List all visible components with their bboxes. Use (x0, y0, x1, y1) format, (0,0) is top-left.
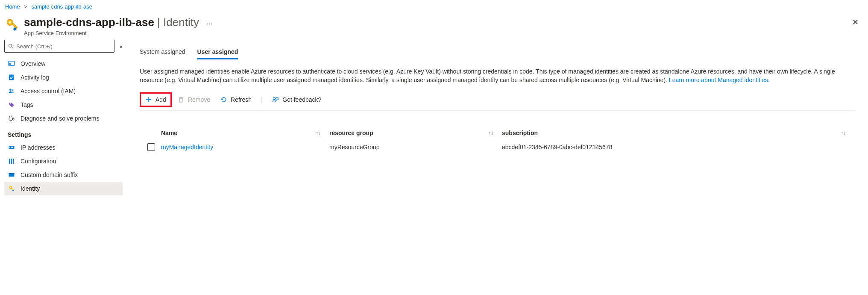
row-checkbox[interactable] (147, 143, 155, 151)
add-button[interactable]: Add (141, 94, 170, 106)
sidebar-item-label: Configuration (21, 158, 56, 165)
svg-rect-9 (10, 76, 13, 76)
identity-icon (8, 185, 15, 192)
sidebar-item-label: Diagnose and solve problems (21, 115, 99, 122)
sidebar-item-tags[interactable]: Tags (4, 98, 123, 112)
search-input[interactable] (16, 43, 111, 50)
more-menu-icon[interactable]: ··· (207, 20, 212, 28)
sidebar-item-label: Overview (21, 60, 45, 67)
svg-point-12 (9, 89, 12, 91)
svg-rect-30 (179, 98, 183, 102)
page-header: sample-cdns-app-ilb-ase | Identity ··· A… (0, 12, 868, 40)
key-resource-icon (5, 18, 20, 32)
diagnose-icon (8, 115, 15, 122)
svg-point-13 (12, 89, 14, 91)
breadcrumb-home[interactable]: Home (5, 3, 20, 10)
resource-type-label: App Service Environment (24, 30, 863, 36)
plus-icon (145, 96, 152, 103)
svg-point-4 (9, 44, 12, 47)
sidebar-item-label: Tags (21, 101, 33, 108)
toolbar: Add Remove Refresh | Got feedback? (140, 91, 856, 111)
ip-addresses-icon (8, 144, 15, 151)
add-button-highlight: Add (140, 92, 172, 107)
svg-rect-7 (9, 63, 11, 65)
overview-icon (8, 60, 15, 68)
collapse-sidebar-icon[interactable]: « (120, 43, 123, 50)
sidebar-item-activity-log[interactable]: Activity log (4, 71, 123, 84)
sidebar-item-configuration[interactable]: Configuration (4, 154, 123, 168)
resource-group-cell: myResourceGroup (329, 144, 380, 150)
sidebar-item-custom-domain-suffix[interactable]: Custom domain suffix (4, 168, 123, 182)
svg-point-1 (9, 21, 12, 24)
svg-rect-24 (9, 173, 15, 174)
svg-rect-10 (10, 77, 13, 77)
sidebar-item-access-control[interactable]: Access control (IAM) (4, 84, 123, 98)
breadcrumb-separator: > (24, 3, 27, 10)
sidebar-item-label: Access control (IAM) (21, 88, 76, 94)
sidebar-search-box[interactable] (4, 40, 114, 53)
svg-point-15 (12, 118, 14, 120)
feedback-icon (272, 96, 279, 103)
access-control-icon (8, 87, 15, 95)
column-header-resource-group[interactable]: resource group (329, 130, 373, 136)
description-text: User assigned managed identities enable … (140, 67, 851, 85)
identity-tabs: System assigned User assigned (140, 45, 856, 59)
svg-point-26 (10, 187, 12, 189)
identities-table: Name ↑↓ resource group ↑↓ subscription ↑… (140, 126, 856, 154)
identity-name-link[interactable]: myManagedIdentity (161, 144, 213, 150)
learn-more-link[interactable]: Learn more about Managed identities. (669, 77, 770, 83)
table-row: myManagedIdentity myResourceGroup abcdef… (140, 140, 856, 154)
refresh-button[interactable]: Refresh (216, 94, 256, 106)
configuration-icon (8, 157, 15, 165)
svg-rect-27 (12, 188, 14, 190)
sidebar-item-overview[interactable]: Overview (4, 57, 123, 71)
column-header-name[interactable]: Name (161, 130, 177, 136)
toolbar-separator: | (261, 96, 263, 103)
tags-icon (8, 101, 15, 109)
sidebar-item-label: Activity log (21, 74, 49, 81)
sidebar-item-label: Identity (21, 185, 40, 192)
svg-line-5 (12, 47, 13, 48)
sort-icon[interactable]: ↑↓ (488, 130, 493, 136)
subscription-cell: abcdef01-2345-6789-0abc-def012345678 (502, 144, 612, 150)
tab-user-assigned[interactable]: User assigned (197, 45, 238, 59)
sort-icon[interactable]: ↑↓ (841, 130, 846, 136)
add-label: Add (155, 96, 166, 103)
refresh-icon (220, 96, 227, 103)
sort-icon[interactable]: ↑↓ (316, 130, 321, 136)
sidebar-section-settings: Settings (4, 125, 123, 141)
svg-rect-18 (9, 147, 10, 148)
page-title-main: sample-cdns-app-ilb-ase (24, 16, 154, 29)
sidebar: « Overview Activity log Access control (… (0, 40, 126, 295)
sidebar-item-label: Custom domain suffix (21, 171, 78, 178)
svg-point-14 (10, 103, 11, 104)
trash-icon (178, 96, 185, 103)
svg-rect-21 (11, 159, 12, 164)
svg-rect-22 (13, 159, 14, 164)
svg-rect-20 (9, 159, 10, 164)
search-icon (8, 43, 14, 49)
remove-label: Remove (188, 96, 210, 103)
domain-suffix-icon (8, 171, 15, 179)
breadcrumb: Home > sample-cdns-app-ilb-ase (0, 0, 868, 12)
feedback-label: Got feedback? (282, 96, 321, 103)
sidebar-item-ip-addresses[interactable]: IP addresses (4, 141, 123, 154)
remove-button: Remove (173, 94, 214, 106)
page-title-divider: | (154, 16, 163, 29)
main-content: System assigned User assigned User assig… (126, 40, 868, 295)
sidebar-item-label: IP addresses (21, 144, 55, 151)
svg-rect-11 (10, 78, 12, 79)
page-title-section: Identity (163, 16, 199, 29)
activity-log-icon (8, 74, 15, 81)
svg-rect-19 (11, 147, 13, 148)
breadcrumb-current[interactable]: sample-cdns-app-ilb-ase (32, 3, 92, 10)
refresh-label: Refresh (231, 96, 252, 103)
tab-system-assigned[interactable]: System assigned (140, 45, 185, 59)
sidebar-item-identity[interactable]: Identity (4, 182, 123, 195)
feedback-button[interactable]: Got feedback? (268, 94, 326, 106)
svg-point-33 (273, 97, 276, 100)
table-header: Name ↑↓ resource group ↑↓ subscription ↑… (140, 126, 856, 140)
close-icon[interactable]: ✕ (852, 18, 859, 27)
column-header-subscription[interactable]: subscription (502, 130, 538, 136)
sidebar-item-diagnose[interactable]: Diagnose and solve problems (4, 112, 123, 125)
